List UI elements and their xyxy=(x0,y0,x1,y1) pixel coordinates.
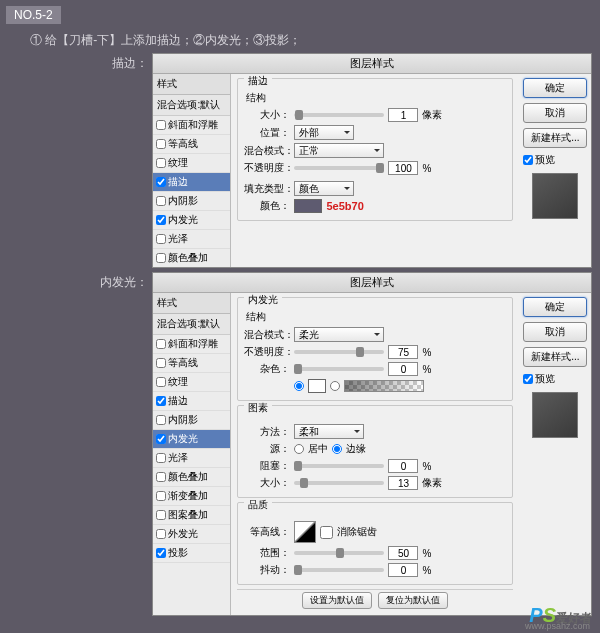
layer-style-dialog-innerglow: 图层样式 样式 混合选项:默认 斜面和浮雕 等高线 纹理 描边 内阴影 内发光 … xyxy=(152,272,592,616)
ig-opacity-input[interactable] xyxy=(388,345,418,359)
dialog-title: 图层样式 xyxy=(153,54,591,74)
blend-options-row[interactable]: 混合选项:默认 xyxy=(153,95,230,116)
section-inner-glow: 内发光： 图层样式 样式 混合选项:默认 斜面和浮雕 等高线 纹理 描边 内阴影… xyxy=(0,272,600,616)
blend-options-row-2[interactable]: 混合选项:默认 xyxy=(153,314,230,335)
size-unit: 像素 xyxy=(422,108,442,122)
style-item-satin-2[interactable]: 光泽 xyxy=(153,449,230,468)
jitter-label: 抖动： xyxy=(244,563,290,577)
new-style-button[interactable]: 新建样式... xyxy=(523,128,587,148)
dialog-title-2: 图层样式 xyxy=(153,273,591,293)
style-item-inner-glow[interactable]: 内发光 xyxy=(153,211,230,230)
contour-label: 等高线： xyxy=(244,525,290,539)
preview-label: 预览 xyxy=(535,153,555,167)
method-select[interactable]: 柔和 xyxy=(294,424,364,439)
innerglow-panel: 内发光 结构 混合模式： 柔光 不透明度： % 杂色： xyxy=(231,293,519,615)
style-item-inner-glow-2[interactable]: 内发光 xyxy=(153,430,230,449)
style-item-pattern-overlay-2[interactable]: 图案叠加 xyxy=(153,506,230,525)
ok-button-2[interactable]: 确定 xyxy=(523,297,587,317)
style-item-color-overlay[interactable]: 颜色叠加 xyxy=(153,249,230,267)
blendmode-select[interactable]: 正常 xyxy=(294,143,384,158)
right-column-2: 确定 取消 新建样式... 预览 xyxy=(519,293,591,615)
ig-blend-select[interactable]: 柔光 xyxy=(294,327,384,342)
style-item-drop-shadow-2[interactable]: 投影 xyxy=(153,544,230,563)
ig-size-label: 大小： xyxy=(244,476,290,490)
ig-size-slider[interactable] xyxy=(294,481,384,485)
gradient-radio[interactable] xyxy=(330,381,340,391)
jitter-slider[interactable] xyxy=(294,568,384,572)
position-label: 位置： xyxy=(244,126,290,140)
cancel-button-2[interactable]: 取消 xyxy=(523,322,587,342)
style-item-texture[interactable]: 纹理 xyxy=(153,154,230,173)
size-input[interactable] xyxy=(388,108,418,122)
antialias-checkbox[interactable] xyxy=(320,526,333,539)
style-item-outer-glow-2[interactable]: 外发光 xyxy=(153,525,230,544)
style-item-inner-shadow-2[interactable]: 内阴影 xyxy=(153,411,230,430)
step-tag: NO.5-2 xyxy=(6,6,61,24)
preview-checkbox[interactable] xyxy=(523,155,533,165)
section-label-innerglow: 内发光： xyxy=(0,272,148,291)
reset-default-button[interactable]: 复位为默认值 xyxy=(378,592,448,609)
group-title-innerglow: 内发光 xyxy=(244,293,282,307)
position-select[interactable]: 外部 xyxy=(294,125,354,140)
color-swatch[interactable] xyxy=(294,199,322,213)
group-title-stroke: 描边 xyxy=(244,74,272,88)
blendmode-label: 混合模式： xyxy=(244,144,290,158)
choke-label: 阻塞： xyxy=(244,459,290,473)
contour-picker[interactable] xyxy=(294,521,316,543)
style-item-bevel[interactable]: 斜面和浮雕 xyxy=(153,116,230,135)
style-item-color-overlay-2[interactable]: 颜色叠加 xyxy=(153,468,230,487)
color-radio[interactable] xyxy=(294,381,304,391)
new-style-button-2[interactable]: 新建样式... xyxy=(523,347,587,367)
ig-opacity-slider[interactable] xyxy=(294,350,384,354)
source-label: 源： xyxy=(244,442,290,456)
style-item-texture-2[interactable]: 纹理 xyxy=(153,373,230,392)
ig-noise-input[interactable] xyxy=(388,362,418,376)
gradient-bar[interactable] xyxy=(344,380,424,392)
style-item-inner-shadow[interactable]: 内阴影 xyxy=(153,192,230,211)
source-edge-radio[interactable] xyxy=(332,444,342,454)
styles-header: 样式 xyxy=(153,74,230,95)
ig-noise-slider[interactable] xyxy=(294,367,384,371)
pct-label: % xyxy=(422,163,431,174)
style-item-contour[interactable]: 等高线 xyxy=(153,135,230,154)
style-item-contour-2[interactable]: 等高线 xyxy=(153,354,230,373)
jitter-input[interactable] xyxy=(388,563,418,577)
color-hex: 5e5b70 xyxy=(326,200,363,212)
choke-slider[interactable] xyxy=(294,464,384,468)
ok-button[interactable]: 确定 xyxy=(523,78,587,98)
ig-opacity-label: 不透明度： xyxy=(244,345,290,359)
opacity-label: 不透明度： xyxy=(244,161,290,175)
sub-structure-2: 结构 xyxy=(246,310,506,324)
styles-list-2: 样式 混合选项:默认 斜面和浮雕 等高线 纹理 描边 内阴影 内发光 光泽 颜色… xyxy=(153,293,231,615)
filltype-select[interactable]: 颜色 xyxy=(294,181,354,196)
section-label-stroke: 描边： xyxy=(0,53,148,72)
opacity-input[interactable] xyxy=(388,161,418,175)
style-item-satin[interactable]: 光泽 xyxy=(153,230,230,249)
preview-thumbnail xyxy=(532,173,578,219)
range-input[interactable] xyxy=(388,546,418,560)
watermark-url: www.psahz.com xyxy=(525,621,590,631)
range-label: 范围： xyxy=(244,546,290,560)
choke-input[interactable] xyxy=(388,459,418,473)
ig-size-input[interactable] xyxy=(388,476,418,490)
style-item-stroke-2[interactable]: 描边 xyxy=(153,392,230,411)
source-center-radio[interactable] xyxy=(294,444,304,454)
set-default-button[interactable]: 设置为默认值 xyxy=(302,592,372,609)
color-label: 颜色： xyxy=(244,199,290,213)
preview-checkbox-2[interactable] xyxy=(523,374,533,384)
glow-color-swatch[interactable] xyxy=(308,379,326,393)
size-label: 大小： xyxy=(244,108,290,122)
cancel-button[interactable]: 取消 xyxy=(523,103,587,123)
layer-style-dialog-stroke: 图层样式 样式 混合选项:默认 斜面和浮雕 等高线 纹理 描边 内阴影 内发光 … xyxy=(152,53,592,268)
filltype-label: 填充类型： xyxy=(244,182,290,196)
style-item-gradient-overlay-2[interactable]: 渐变叠加 xyxy=(153,487,230,506)
opacity-slider[interactable] xyxy=(294,166,384,170)
style-item-bevel-2[interactable]: 斜面和浮雕 xyxy=(153,335,230,354)
range-slider[interactable] xyxy=(294,551,384,555)
method-label: 方法： xyxy=(244,425,290,439)
style-item-stroke[interactable]: 描边 xyxy=(153,173,230,192)
ig-blend-label: 混合模式： xyxy=(244,328,290,342)
section-stroke: 描边： 图层样式 样式 混合选项:默认 斜面和浮雕 等高线 纹理 描边 内阴影 … xyxy=(0,53,600,268)
preview-thumbnail-2 xyxy=(532,392,578,438)
size-slider[interactable] xyxy=(294,113,384,117)
